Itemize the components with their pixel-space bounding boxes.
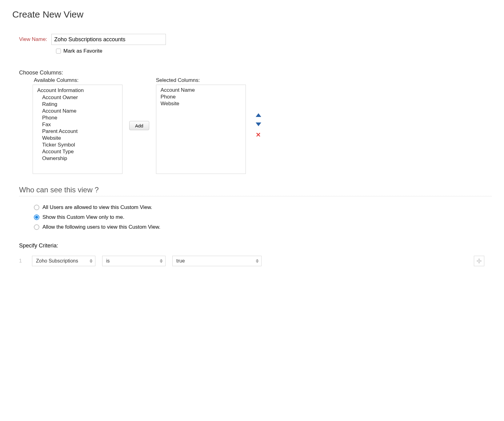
available-block: Available Columns: Account Information A… xyxy=(12,77,122,174)
list-item[interactable]: Rating xyxy=(33,101,122,108)
move-up-icon[interactable] xyxy=(256,113,261,117)
view-name-label: View Name: xyxy=(19,36,47,42)
list-item[interactable]: Phone xyxy=(156,94,246,100)
list-item[interactable]: Account Type xyxy=(33,148,122,155)
list-item[interactable]: Website xyxy=(156,100,246,107)
list-item[interactable]: Account Owner xyxy=(33,94,122,101)
visibility-option-me[interactable]: Show this Custom View only to me. xyxy=(34,214,492,220)
list-item[interactable]: Fax xyxy=(33,121,122,128)
radio-label: All Users are allowed to view this Custo… xyxy=(42,204,152,210)
radio-label: Allow the following users to view this C… xyxy=(42,224,160,230)
move-down-icon[interactable] xyxy=(256,122,261,126)
list-item[interactable]: Phone xyxy=(33,114,122,121)
view-name-row: View Name: xyxy=(12,34,492,45)
divider xyxy=(19,196,492,196)
selected-columns-label: Selected Columns: xyxy=(156,77,246,83)
criteria-operator-value: is xyxy=(106,258,110,264)
view-name-input[interactable] xyxy=(51,34,166,45)
criteria-field-select[interactable]: Zoho Subscriptions xyxy=(32,256,95,266)
favorite-checkbox[interactable] xyxy=(56,49,61,54)
add-button-column: Add xyxy=(129,77,149,174)
criteria-field-value: Zoho Subscriptions xyxy=(36,258,78,264)
visibility-title: Who can see this view ? xyxy=(19,186,492,194)
radio-label: Show this Custom View only to me. xyxy=(42,214,124,220)
available-columns-list[interactable]: Account Information Account Owner Rating… xyxy=(33,85,122,174)
available-columns-label: Available Columns: xyxy=(34,77,122,83)
list-item[interactable]: Website xyxy=(33,135,122,142)
visibility-radio-group: All Users are allowed to view this Custo… xyxy=(34,204,492,230)
add-button[interactable]: Add xyxy=(129,121,149,130)
move-icon xyxy=(477,259,482,263)
list-item[interactable]: Account Name xyxy=(156,87,246,94)
specify-criteria-label: Specify Criteria: xyxy=(19,243,492,249)
criteria-value-select[interactable]: true xyxy=(172,256,262,266)
select-caret-icon xyxy=(160,259,163,263)
criteria-operator-select[interactable]: is xyxy=(102,256,166,266)
favorite-label: Mark as Favorite xyxy=(63,48,102,54)
visibility-option-users[interactable]: Allow the following users to view this C… xyxy=(34,224,492,230)
columns-area: Available Columns: Account Information A… xyxy=(12,77,492,174)
page-title: Create New View xyxy=(12,9,492,20)
list-item[interactable]: Ownership xyxy=(33,155,122,162)
radio-icon[interactable] xyxy=(34,224,39,230)
choose-columns-label: Choose Columns: xyxy=(19,70,492,76)
reorder-controls: ✕ xyxy=(256,77,261,174)
criteria-row: 1 Zoho Subscriptions is true xyxy=(19,256,492,266)
list-item[interactable]: Ticker Symbol xyxy=(33,142,122,148)
criteria-value-text: true xyxy=(176,258,185,264)
select-caret-icon xyxy=(90,259,93,263)
remove-icon[interactable]: ✕ xyxy=(256,132,261,138)
select-caret-icon xyxy=(256,259,259,263)
radio-icon[interactable] xyxy=(34,205,39,210)
criteria-drag-handle[interactable] xyxy=(474,256,484,266)
selected-columns-list[interactable]: Account Name Phone Website xyxy=(156,85,246,174)
list-item[interactable]: Account Name xyxy=(33,108,122,114)
criteria-index: 1 xyxy=(19,258,25,264)
list-item[interactable]: Parent Account xyxy=(33,128,122,135)
selected-block: Selected Columns: Account Name Phone Web… xyxy=(156,77,246,174)
radio-icon[interactable] xyxy=(34,215,39,220)
list-group-header: Account Information xyxy=(33,87,122,94)
visibility-option-all[interactable]: All Users are allowed to view this Custo… xyxy=(34,204,492,210)
favorite-row: Mark as Favorite xyxy=(56,48,492,54)
